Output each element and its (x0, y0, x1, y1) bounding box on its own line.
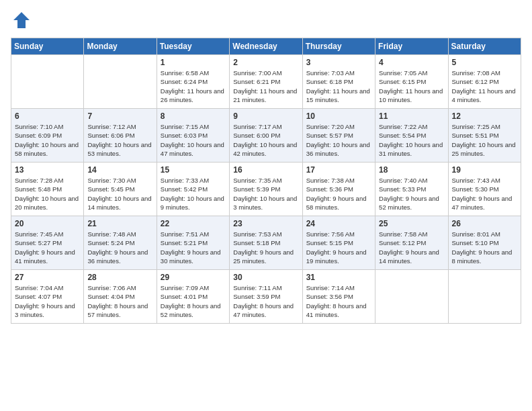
day-info: Sunrise: 7:33 AMSunset: 5:42 PMDaylight:… (161, 176, 226, 212)
day-info: Sunrise: 7:08 AMSunset: 6:12 PMDaylight:… (452, 68, 517, 104)
day-number: 31 (306, 273, 371, 282)
day-number: 16 (233, 165, 298, 175)
day-cell: 30Sunrise: 7:11 AMSunset: 3:59 PMDayligh… (230, 270, 302, 324)
day-cell: 9Sunrise: 7:17 AMSunset: 6:00 PMDaylight… (230, 109, 302, 163)
day-number: 13 (15, 165, 80, 175)
day-info: Sunrise: 7:40 AMSunset: 5:33 PMDaylight:… (379, 176, 444, 212)
calendar-table: SundayMondayTuesdayWednesdayThursdayFrid… (11, 38, 521, 324)
day-cell (448, 270, 521, 324)
day-cell: 14Sunrise: 7:30 AMSunset: 5:45 PMDayligh… (84, 163, 157, 216)
week-row-3: 13Sunrise: 7:28 AMSunset: 5:48 PMDayligh… (11, 163, 521, 216)
day-cell: 6Sunrise: 7:10 AMSunset: 6:09 PMDaylight… (11, 109, 84, 163)
logo (11, 11, 31, 30)
weekday-header-sunday: Sunday (11, 38, 84, 55)
day-cell: 15Sunrise: 7:33 AMSunset: 5:42 PMDayligh… (157, 163, 229, 216)
day-cell: 18Sunrise: 7:40 AMSunset: 5:33 PMDayligh… (375, 163, 448, 216)
day-number: 12 (452, 111, 517, 121)
weekday-header-wednesday: Wednesday (230, 38, 302, 55)
day-cell (375, 270, 448, 324)
svg-marker-0 (13, 12, 30, 28)
week-row-4: 20Sunrise: 7:45 AMSunset: 5:27 PMDayligh… (11, 216, 521, 270)
day-info: Sunrise: 7:53 AMSunset: 5:18 PMDaylight:… (233, 230, 298, 265)
day-info: Sunrise: 7:17 AMSunset: 6:00 PMDaylight:… (233, 122, 298, 158)
day-number: 19 (452, 165, 517, 175)
day-info: Sunrise: 7:04 AMSunset: 4:07 PMDaylight:… (15, 283, 80, 319)
day-number: 9 (233, 111, 298, 121)
day-cell: 8Sunrise: 7:15 AMSunset: 6:03 PMDaylight… (157, 109, 229, 163)
day-cell: 17Sunrise: 7:38 AMSunset: 5:36 PMDayligh… (302, 163, 375, 216)
day-number: 20 (15, 219, 80, 228)
day-number: 28 (87, 273, 152, 282)
day-number: 3 (306, 58, 371, 67)
day-cell: 3Sunrise: 7:03 AMSunset: 6:18 PMDaylight… (302, 55, 375, 109)
day-number: 27 (15, 273, 80, 282)
day-number: 23 (233, 219, 298, 228)
day-cell: 27Sunrise: 7:04 AMSunset: 4:07 PMDayligh… (11, 270, 84, 324)
day-cell: 10Sunrise: 7:20 AMSunset: 5:57 PMDayligh… (302, 109, 375, 163)
week-row-1: 1Sunrise: 6:58 AMSunset: 6:24 PMDaylight… (11, 55, 521, 109)
day-number: 25 (379, 219, 444, 228)
day-cell (84, 55, 157, 109)
logo-icon (12, 11, 31, 30)
day-info: Sunrise: 7:14 AMSunset: 3:56 PMDaylight:… (306, 283, 371, 319)
day-cell: 22Sunrise: 7:51 AMSunset: 5:21 PMDayligh… (157, 216, 229, 270)
day-info: Sunrise: 7:56 AMSunset: 5:15 PMDaylight:… (306, 230, 371, 265)
day-number: 24 (306, 219, 371, 228)
day-info: Sunrise: 7:28 AMSunset: 5:48 PMDaylight:… (15, 176, 80, 212)
day-number: 17 (306, 165, 371, 175)
day-cell: 2Sunrise: 7:00 AMSunset: 6:21 PMDaylight… (230, 55, 302, 109)
day-info: Sunrise: 7:38 AMSunset: 5:36 PMDaylight:… (306, 176, 371, 212)
day-info: Sunrise: 7:12 AMSunset: 6:06 PMDaylight:… (87, 122, 152, 158)
day-cell: 29Sunrise: 7:09 AMSunset: 4:01 PMDayligh… (157, 270, 229, 324)
weekday-header-friday: Friday (375, 38, 448, 55)
day-info: Sunrise: 6:58 AMSunset: 6:24 PMDaylight:… (161, 68, 226, 104)
day-number: 5 (452, 58, 517, 67)
day-info: Sunrise: 7:35 AMSunset: 5:39 PMDaylight:… (233, 176, 298, 212)
day-info: Sunrise: 7:48 AMSunset: 5:24 PMDaylight:… (87, 230, 152, 265)
day-info: Sunrise: 7:20 AMSunset: 5:57 PMDaylight:… (306, 122, 371, 158)
day-info: Sunrise: 7:51 AMSunset: 5:21 PMDaylight:… (161, 230, 226, 265)
day-cell: 19Sunrise: 7:43 AMSunset: 5:30 PMDayligh… (448, 163, 521, 216)
day-number: 18 (379, 165, 444, 175)
day-cell: 26Sunrise: 8:01 AMSunset: 5:10 PMDayligh… (448, 216, 521, 270)
day-cell: 1Sunrise: 6:58 AMSunset: 6:24 PMDaylight… (157, 55, 229, 109)
day-number: 14 (87, 165, 152, 175)
day-info: Sunrise: 7:00 AMSunset: 6:21 PMDaylight:… (233, 68, 298, 104)
day-info: Sunrise: 7:10 AMSunset: 6:09 PMDaylight:… (15, 122, 80, 158)
day-info: Sunrise: 7:25 AMSunset: 5:51 PMDaylight:… (452, 122, 517, 158)
day-number: 15 (161, 165, 226, 175)
day-number: 10 (306, 111, 371, 121)
day-cell: 12Sunrise: 7:25 AMSunset: 5:51 PMDayligh… (448, 109, 521, 163)
day-cell: 24Sunrise: 7:56 AMSunset: 5:15 PMDayligh… (302, 216, 375, 270)
day-info: Sunrise: 7:03 AMSunset: 6:18 PMDaylight:… (306, 68, 371, 104)
day-info: Sunrise: 8:01 AMSunset: 5:10 PMDaylight:… (452, 230, 517, 265)
day-number: 6 (15, 111, 80, 121)
week-row-5: 27Sunrise: 7:04 AMSunset: 4:07 PMDayligh… (11, 270, 521, 324)
day-info: Sunrise: 7:30 AMSunset: 5:45 PMDaylight:… (87, 176, 152, 212)
day-number: 30 (233, 273, 298, 282)
day-number: 4 (379, 58, 444, 67)
day-info: Sunrise: 7:58 AMSunset: 5:12 PMDaylight:… (379, 230, 444, 265)
day-info: Sunrise: 7:45 AMSunset: 5:27 PMDaylight:… (15, 230, 80, 265)
day-info: Sunrise: 7:15 AMSunset: 6:03 PMDaylight:… (161, 122, 226, 158)
day-cell: 5Sunrise: 7:08 AMSunset: 6:12 PMDaylight… (448, 55, 521, 109)
day-info: Sunrise: 7:11 AMSunset: 3:59 PMDaylight:… (233, 283, 298, 319)
day-number: 7 (87, 111, 152, 121)
header-row: SundayMondayTuesdayWednesdayThursdayFrid… (11, 38, 521, 55)
day-info: Sunrise: 7:09 AMSunset: 4:01 PMDaylight:… (161, 283, 226, 319)
day-number: 21 (87, 219, 152, 228)
day-info: Sunrise: 7:22 AMSunset: 5:54 PMDaylight:… (379, 122, 444, 158)
weekday-header-monday: Monday (84, 38, 157, 55)
day-cell: 25Sunrise: 7:58 AMSunset: 5:12 PMDayligh… (375, 216, 448, 270)
weekday-header-thursday: Thursday (302, 38, 375, 55)
day-cell: 16Sunrise: 7:35 AMSunset: 5:39 PMDayligh… (230, 163, 302, 216)
day-cell: 4Sunrise: 7:05 AMSunset: 6:15 PMDaylight… (375, 55, 448, 109)
day-cell: 23Sunrise: 7:53 AMSunset: 5:18 PMDayligh… (230, 216, 302, 270)
day-number: 26 (452, 219, 517, 228)
page-header (11, 11, 521, 30)
day-cell: 13Sunrise: 7:28 AMSunset: 5:48 PMDayligh… (11, 163, 84, 216)
day-cell: 7Sunrise: 7:12 AMSunset: 6:06 PMDaylight… (84, 109, 157, 163)
weekday-header-saturday: Saturday (448, 38, 521, 55)
day-cell: 20Sunrise: 7:45 AMSunset: 5:27 PMDayligh… (11, 216, 84, 270)
day-cell: 28Sunrise: 7:06 AMSunset: 4:04 PMDayligh… (84, 270, 157, 324)
